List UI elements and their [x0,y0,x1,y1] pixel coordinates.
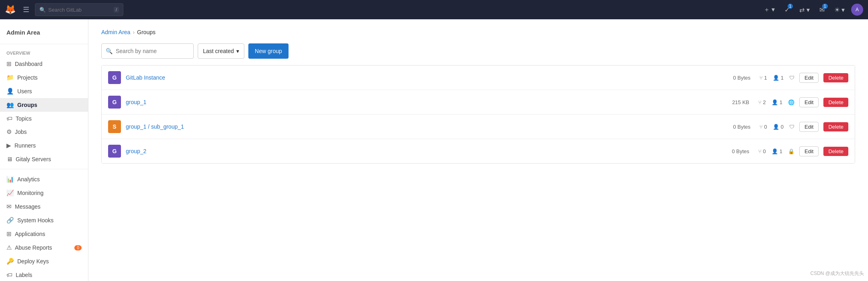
group-avatar: S [108,120,121,133]
sidebar-item-labels[interactable]: 🏷 Labels [0,268,88,281]
members-value: 1 [780,99,782,105]
sidebar-item-jobs[interactable]: ⚙ Jobs [0,125,88,139]
sidebar-label-applications: Applications [15,231,45,237]
delete-button[interactable]: Delete [823,122,848,131]
forks-count: ⑂ 0 [758,148,766,154]
edit-button[interactable]: Edit [799,122,819,132]
edit-button[interactable]: Edit [799,73,819,83]
gitlab-logo: 🦊 [5,4,16,15]
applications-icon: ⊞ [6,230,12,238]
breadcrumb-parent[interactable]: Admin Area [101,29,130,35]
users-icon: 👤 [6,88,14,95]
sidebar-item-users[interactable]: 👤 Users [0,84,88,98]
new-group-button[interactable]: New group [248,43,289,59]
group-name-link[interactable]: group_1 / sub_group_1 [126,123,722,130]
sidebar-item-deploy-keys[interactable]: 🔑 Deploy Keys [0,254,88,268]
topics-icon: 🏷 [6,115,12,122]
hamburger-icon[interactable]: ☰ [20,4,32,16]
group-meta: 0 Bytes ⑂ 0 👤 1 🔒 [725,148,794,154]
sort-dropdown[interactable]: Last created ▾ [198,43,244,59]
edit-button[interactable]: Edit [799,146,819,156]
search-input[interactable] [48,7,111,13]
todo-icon[interactable]: ✓ 1 [781,4,793,15]
group-search-input[interactable] [116,48,189,54]
members-value: 1 [781,75,784,81]
edit-button[interactable]: Edit [799,97,819,107]
members-icon: 👤 [773,124,779,130]
sidebar-item-projects[interactable]: 📁 Projects [0,71,88,84]
sidebar-label-abuse-reports: Abuse Reports [15,244,52,251]
sidebar-item-applications[interactable]: ⊞ Applications [0,227,88,241]
group-search-box[interactable]: 🔍 [101,43,194,59]
sidebar-item-abuse-reports[interactable]: ⚠ Abuse Reports 0 [0,241,88,254]
group-meta: 0 Bytes ⑂ 1 👤 1 🛡 [727,75,794,81]
delete-button[interactable]: Delete [823,147,848,156]
groups-list: G GitLab Instance 0 Bytes ⑂ 1 👤 1 🛡 Edit… [101,65,855,164]
forks-value: 0 [763,148,766,154]
sidebar-label-projects: Projects [17,74,38,81]
settings-icon[interactable]: ☀ ▾ [831,4,848,15]
sidebar-label-deploy-keys: Deploy Keys [17,258,49,265]
messages-icon: ✉ [6,203,12,210]
nav-icons-group: ＋ ▾ ✓ 1 ⇄ ▾ ✉ 1 ☀ ▾ A [760,4,863,16]
search-icon: 🔍 [39,7,46,13]
group-name-link[interactable]: group_1 [126,99,721,105]
system-hooks-icon: 🔗 [6,217,14,224]
abuse-reports-badge: 0 [74,245,82,250]
avatar[interactable]: A [851,4,863,16]
create-new-icon[interactable]: ＋ ▾ [760,4,778,16]
runners-icon: ▶ [6,142,11,149]
sidebar-item-system-hooks[interactable]: 🔗 System Hooks [0,213,88,227]
sidebar-item-runners[interactable]: ▶ Runners [0,139,88,152]
deploy-keys-icon: 🔑 [6,258,14,265]
abuse-reports-icon: ⚠ [6,244,12,251]
sidebar-item-analytics[interactable]: 📊 Analytics [0,172,88,186]
sidebar-label-messages: Messages [15,203,41,210]
forks-value: 0 [764,124,767,130]
admin-area-header: Admin Area [0,26,88,41]
members-count: 👤 1 [773,75,784,81]
groups-icon: 👥 [6,101,14,109]
gitaly-icon: 🖥 [6,156,12,162]
sidebar-label-analytics: Analytics [17,176,40,183]
group-size: 215 KB [725,99,749,105]
forks-value: 2 [763,99,766,105]
monitoring-icon: 📈 [6,189,14,197]
delete-button[interactable]: Delete [823,73,848,82]
delete-button[interactable]: Delete [823,98,848,107]
sidebar-item-monitoring[interactable]: 📈 Monitoring [0,186,88,200]
group-size: 0 Bytes [727,124,751,130]
sidebar-item-gitaly-servers[interactable]: 🖥 Gitaly Servers [0,152,88,166]
fork-icon: ⑂ [760,75,763,81]
breadcrumb-separator: › [133,29,135,35]
sidebar-item-messages[interactable]: ✉ Messages [0,200,88,213]
labels-icon: 🏷 [6,271,12,278]
app-layout: Admin Area Overview ⊞ Dashboard 📁 Projec… [0,19,868,281]
sort-label: Last created [203,48,234,54]
watermark: CSDN @成为大铳先先头 [810,270,864,277]
table-row: G group_2 0 Bytes ⑂ 0 👤 1 🔒 Edit Delete [102,139,855,163]
forks-value: 1 [764,75,767,81]
search-shortcut: / [114,7,119,12]
members-count: 👤 0 [773,124,784,130]
todo-badge: 1 [788,4,793,9]
jobs-icon: ⚙ [6,128,12,135]
members-value: 0 [781,124,784,130]
group-avatar: G [108,96,121,109]
mail-icon[interactable]: ✉ 1 [816,4,828,15]
table-row: S group_1 / sub_group_1 0 Bytes ⑂ 0 👤 0 … [102,115,855,139]
sidebar-item-topics[interactable]: 🏷 Topics [0,112,88,125]
group-name-link[interactable]: GitLab Instance [126,74,722,81]
global-search-box[interactable]: 🔍 / [35,3,123,16]
merge-requests-icon[interactable]: ⇄ ▾ [796,4,813,15]
breadcrumb: Admin Area › Groups [101,29,855,35]
sidebar-item-dashboard[interactable]: ⊞ Dashboard [0,57,88,71]
shield-icon: 🛡 [789,75,794,81]
sidebar-item-groups[interactable]: 👥 Groups [0,98,88,112]
members-value: 1 [780,148,782,154]
main-content: Admin Area › Groups 🔍 Last created ▾ New… [88,19,868,281]
group-name-link[interactable]: group_2 [126,148,721,154]
sidebar-label-monitoring: Monitoring [17,190,43,196]
sidebar-label-system-hooks: System Hooks [17,217,53,224]
group-avatar: G [108,145,121,158]
